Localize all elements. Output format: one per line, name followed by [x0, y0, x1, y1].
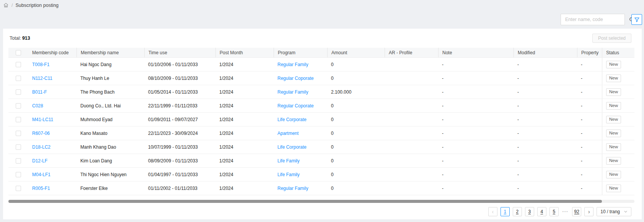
pagination-page-1[interactable]: 1 [501, 207, 510, 216]
modified-cell: - [514, 181, 577, 195]
pagination-page-5[interactable]: 5 [549, 207, 559, 216]
program-link[interactable]: Regular Coporate [277, 76, 314, 81]
time-use-cell: 01/04/1997 - 01/11/2033 [144, 168, 215, 181]
row-checkbox[interactable] [16, 89, 21, 95]
pagination-page-4[interactable]: 4 [537, 207, 546, 216]
horizontal-scrollbar [8, 200, 634, 203]
amount-cell: 0 [327, 126, 385, 140]
status-badge: New [606, 171, 621, 178]
table-row: N112-C11 Thuy Hanh Le 08/10/2009 - 01/11… [8, 71, 634, 85]
time-use-cell: 08/10/2009 - 01/11/2033 [144, 71, 215, 85]
search-input[interactable] [561, 17, 628, 22]
col-header-post-month: Post Month [215, 48, 274, 57]
membership-code-link[interactable]: N112-C11 [32, 76, 52, 81]
row-checkbox[interactable] [16, 144, 21, 150]
row-checkbox[interactable] [16, 76, 21, 81]
pagination-page-3[interactable]: 3 [525, 207, 534, 216]
property-cell: - [577, 168, 602, 181]
col-header-amount: Amount [327, 48, 385, 57]
note-cell: - [438, 181, 514, 195]
ar-profile-cell [385, 154, 438, 167]
post-selected-button[interactable]: Post selected [592, 34, 631, 43]
pagination-next-button[interactable]: › [584, 207, 593, 216]
post-month-cell: 1/2024 [215, 58, 274, 71]
program-link[interactable]: Life Corporate [277, 117, 307, 122]
row-checkbox[interactable] [16, 103, 21, 109]
table-row: D18-LC2 Manh Khang Dao 10/07/1999 - 01/1… [8, 140, 634, 154]
program-link[interactable]: Life Corporate [277, 144, 307, 150]
modified-cell: - [514, 71, 577, 85]
property-cell: - [577, 99, 602, 112]
note-cell: - [438, 99, 514, 112]
program-link[interactable]: Regular Family [277, 186, 308, 191]
row-checkbox[interactable] [16, 172, 21, 177]
modified-cell: - [514, 99, 577, 112]
property-cell: - [577, 113, 602, 126]
row-checkbox[interactable] [16, 117, 21, 122]
home-icon[interactable] [3, 2, 9, 8]
property-cell: - [577, 154, 602, 167]
ar-profile-cell [385, 113, 438, 126]
row-checkbox[interactable] [16, 131, 21, 136]
membership-name-cell: Kim Loan Dang [77, 154, 144, 167]
col-header-modified: Modified [514, 48, 577, 57]
program-link[interactable]: Regular Family [277, 89, 308, 95]
status-badge: New [606, 102, 621, 110]
pagination-ellipsis[interactable]: ••• [562, 210, 569, 214]
property-cell: - [577, 140, 602, 154]
note-cell: - [438, 113, 514, 126]
pagination-page-last[interactable]: 92 [572, 207, 581, 216]
program-link[interactable]: Regular Family [277, 62, 308, 67]
modified-cell: - [514, 154, 577, 167]
funnel-icon [634, 17, 640, 23]
amount-cell: 0 [327, 154, 385, 167]
ar-profile-cell [385, 168, 438, 181]
select-all-checkbox[interactable] [16, 50, 21, 55]
post-month-cell: 1/2024 [215, 99, 274, 112]
status-badge: New [606, 88, 621, 96]
status-badge: New [606, 61, 621, 68]
post-month-cell: 1/2024 [215, 140, 274, 154]
membership-code-link[interactable]: R005-F1 [32, 186, 50, 191]
membership-code-link[interactable]: M04-LF1 [32, 172, 51, 177]
table-row: M04-LF1 Thi Ngoc Hien Nguyen 01/04/1997 … [8, 168, 634, 181]
membership-name-cell: Muhmood Eyad [77, 113, 144, 126]
program-link[interactable]: Life Family [277, 172, 300, 177]
program-link[interactable]: Life Family [277, 158, 300, 164]
pagination-prev-button[interactable]: ‹ [488, 207, 497, 216]
membership-code-link[interactable]: T008-F1 [32, 62, 49, 67]
membership-code-link[interactable]: D12-LF [32, 158, 47, 164]
modified-cell: - [514, 58, 577, 71]
membership-code-link[interactable]: M41-LC11 [32, 117, 53, 122]
modified-cell: - [514, 126, 577, 140]
page-size-select[interactable]: 10 / trang [597, 207, 631, 216]
status-badge: New [606, 185, 621, 192]
program-link[interactable]: Apartment [277, 131, 298, 136]
membership-code-link[interactable]: R607-06 [32, 131, 50, 136]
post-month-cell: 1/2024 [215, 71, 274, 85]
row-checkbox[interactable] [16, 186, 21, 191]
membership-code-link[interactable]: B011-F [32, 89, 47, 95]
amount-cell: 2.100.000 [327, 85, 385, 99]
membership-code-link[interactable]: D18-LC2 [32, 144, 51, 150]
amount-cell: 0 [327, 140, 385, 154]
filter-button[interactable] [631, 14, 642, 25]
horizontal-scrollbar-thumb[interactable] [8, 200, 602, 203]
note-cell: - [438, 126, 514, 140]
amount-cell: 0 [327, 113, 385, 126]
breadcrumb: / Subscription posting [3, 2, 59, 8]
total-count: Total:913 [10, 36, 30, 41]
ar-profile-cell [385, 181, 438, 195]
pagination-page-2[interactable]: 2 [513, 207, 522, 216]
ar-profile-cell [385, 99, 438, 112]
row-checkbox[interactable] [16, 62, 21, 67]
membership-name-cell: Foerster Elke [77, 181, 144, 195]
table-header-row: Membership code Membership name Time use… [8, 48, 634, 58]
ar-profile-cell [385, 71, 438, 85]
program-link[interactable]: Regular Coporate [277, 103, 314, 109]
membership-code-link[interactable]: C028 [32, 103, 43, 109]
row-checkbox[interactable] [16, 158, 21, 164]
amount-cell: 0 [327, 99, 385, 112]
post-month-cell: 1/2024 [215, 113, 274, 126]
table-row: R005-F1 Foerster Elke 01/11/2002 - 01/11… [8, 181, 634, 195]
